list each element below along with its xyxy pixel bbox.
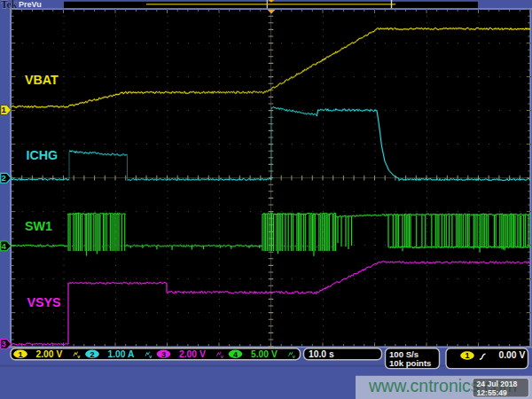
svg-text:2: 2: [90, 350, 94, 359]
svg-text:100 S/s: 100 S/s: [389, 349, 419, 359]
svg-text:2: 2: [2, 173, 6, 183]
svg-text:4: 4: [233, 350, 238, 359]
svg-text:10k points: 10k points: [389, 358, 431, 368]
svg-text:5.00 V: 5.00 V: [251, 349, 278, 359]
svg-text:0.00 V: 0.00 V: [499, 350, 526, 360]
svg-text:24 Jul 2018: 24 Jul 2018: [477, 379, 518, 388]
svg-text:4: 4: [2, 241, 7, 251]
svg-text:PreVu: PreVu: [19, 0, 42, 9]
svg-text:2.00 V: 2.00 V: [179, 349, 206, 359]
svg-text:VBAT: VBAT: [25, 73, 59, 87]
svg-text:1: 1: [2, 105, 7, 114]
svg-text:SW1: SW1: [25, 219, 52, 233]
svg-text:ICHG: ICHG: [27, 148, 59, 162]
svg-text:1: 1: [465, 351, 469, 360]
svg-text:Tek: Tek: [1, 0, 18, 10]
svg-text:2.00 V: 2.00 V: [36, 349, 63, 359]
svg-text:3: 3: [2, 339, 6, 348]
svg-text:1.00 A: 1.00 A: [108, 349, 136, 359]
svg-text:12:55:49: 12:55:49: [477, 388, 508, 397]
svg-text:VSYS: VSYS: [27, 295, 61, 309]
svg-text:10.0 s: 10.0 s: [309, 349, 334, 359]
svg-text:3: 3: [161, 350, 166, 359]
svg-text:1: 1: [18, 350, 22, 359]
